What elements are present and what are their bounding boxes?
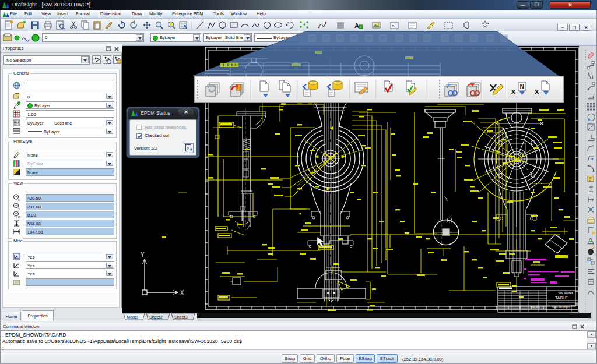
svg-text:N: N xyxy=(520,83,524,90)
svg-text:KW Abs: KW Abs xyxy=(531,306,540,309)
svg-text:Y: Y xyxy=(141,252,145,258)
svg-text:SW Works: SW Works xyxy=(558,291,573,295)
svg-text:x: x xyxy=(511,87,516,96)
svg-text:2: 2 xyxy=(187,146,189,151)
svg-text:a: a xyxy=(392,23,395,29)
svg-text:0: 0 xyxy=(17,262,19,266)
svg-text:Sheet2: Sheet2 xyxy=(149,314,163,320)
svg-text:x: x xyxy=(18,198,20,202)
svg-text:SW-301820: SW-301820 xyxy=(552,305,570,309)
svg-text:y: y xyxy=(18,207,20,210)
svg-text:TABLE: TABLE xyxy=(555,296,568,300)
svg-text:x: x xyxy=(535,87,539,96)
svg-text:Model: Model xyxy=(127,314,138,320)
svg-text:A: A xyxy=(183,24,187,30)
svg-text:z: z xyxy=(18,215,20,218)
svg-text:A: A xyxy=(354,22,359,29)
svg-text:X: X xyxy=(180,289,184,296)
svg-text:Sheet3: Sheet3 xyxy=(174,314,188,320)
